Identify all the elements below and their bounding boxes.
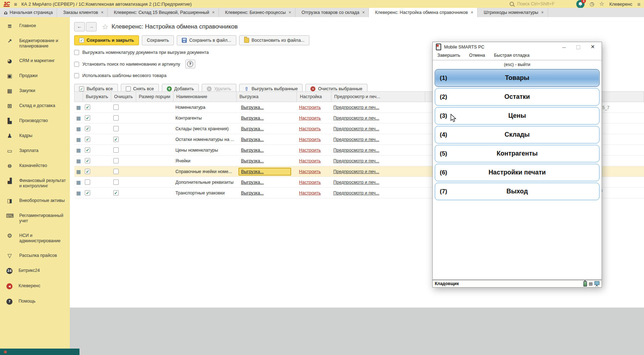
tab[interactable]: Клеверенс: Склад 15 Вещевой, Расширенный xyxy=(108,8,219,17)
setup-link[interactable]: Настроить xyxy=(299,158,321,163)
clear-checkbox[interactable] xyxy=(113,179,119,185)
upload-link[interactable]: Выгрузка... xyxy=(241,137,264,142)
preview-link[interactable]: Предпросмотр и печ... xyxy=(333,191,379,196)
sidebar-item[interactable]: 24 Битрикс24 xyxy=(0,263,70,279)
preview-link[interactable]: Предпросмотр и печ... xyxy=(333,105,379,110)
maximize-icon[interactable] xyxy=(576,45,581,49)
smarts-menu-button[interactable]: (4) Склады xyxy=(435,126,599,143)
tab[interactable]: Начальная страница xyxy=(0,8,57,17)
tab[interactable]: Заказы клиентов xyxy=(57,8,108,17)
checkbox[interactable] xyxy=(74,73,79,78)
sidebar-item[interactable]: Бюджетирование и планирование xyxy=(0,34,70,54)
checkbox[interactable] xyxy=(74,62,79,67)
smarts-menu-button[interactable]: (5) Контрагенты xyxy=(435,145,599,162)
export-checkbox[interactable] xyxy=(85,115,90,121)
tab-close-icon[interactable] xyxy=(362,10,365,15)
clear-checkbox[interactable] xyxy=(113,190,119,196)
sidebar-item[interactable]: Склад и доставка xyxy=(0,98,70,113)
preview-link[interactable]: Предпросмотр и печ... xyxy=(333,158,379,163)
service-menu-icon[interactable] xyxy=(637,1,640,7)
export-checkbox[interactable] xyxy=(85,190,90,196)
upload-link[interactable]: Выгрузка... xyxy=(241,126,264,131)
action-button[interactable]: Сохранить в файл... xyxy=(177,35,236,45)
sidebar-item[interactable]: Зарплата xyxy=(0,143,70,158)
preview-link[interactable]: Предпросмотр и печ... xyxy=(333,126,379,131)
clear-checkbox[interactable] xyxy=(113,126,119,131)
export-checkbox[interactable] xyxy=(85,179,90,185)
help-button[interactable] xyxy=(185,60,195,69)
export-checkbox[interactable] xyxy=(85,105,90,110)
window-titlebar[interactable]: Mobile SMARTS PC xyxy=(433,42,602,52)
setup-link[interactable]: Настроить xyxy=(299,191,321,196)
clear-checkbox[interactable] xyxy=(113,147,119,153)
tab-close-icon[interactable] xyxy=(471,10,473,15)
preview-link[interactable]: Предпросмотр и печ... xyxy=(333,180,379,185)
upload-link[interactable]: Выгрузка... xyxy=(241,180,264,185)
sidebar-item[interactable]: Кадры xyxy=(0,128,70,143)
favorites-icon[interactable] xyxy=(599,1,604,7)
menu-item[interactable]: Завершить xyxy=(437,53,460,58)
tab-close-icon[interactable] xyxy=(101,10,103,15)
setup-link[interactable]: Настроить xyxy=(299,105,321,110)
history-icon[interactable] xyxy=(589,1,594,7)
column-header-portion[interactable]: Размер порции xyxy=(136,92,173,102)
sidebar-item[interactable]: Производство xyxy=(0,113,70,128)
user-label[interactable]: Клеверенс xyxy=(609,1,633,7)
search-icon[interactable] xyxy=(510,2,514,6)
global-search-input[interactable] xyxy=(516,1,571,7)
clear-checkbox[interactable] xyxy=(113,169,119,174)
sidebar-item[interactable]: Закупки xyxy=(0,83,70,98)
sidebar-item[interactable]: CRM и маркетинг xyxy=(0,54,70,69)
setup-link[interactable]: Настроить xyxy=(299,148,321,153)
clear-checkbox[interactable] xyxy=(113,115,119,121)
column-header-upload[interactable]: Выгрузка xyxy=(236,92,297,102)
menu-item[interactable]: Быстрая отладка xyxy=(494,53,530,58)
tab[interactable]: Клеверенс: Настройка обмена справочников xyxy=(369,8,478,17)
upload-link[interactable]: Выгрузка... xyxy=(241,158,264,163)
setup-link[interactable]: Настроить xyxy=(299,126,321,131)
sidebar-item[interactable]: Регламентированный учет xyxy=(0,208,70,228)
tab[interactable]: Отгрузка товаров со склада xyxy=(295,8,369,17)
column-header-preview[interactable]: Предпросмотр и печ... xyxy=(331,92,425,102)
sidebar-item[interactable]: ◀ Клеверенс xyxy=(0,279,70,294)
preview-link[interactable]: Предпросмотр и печ... xyxy=(333,148,379,153)
export-checkbox[interactable] xyxy=(85,147,90,153)
favorite-star-icon[interactable] xyxy=(102,22,108,31)
column-header-name[interactable]: Наименование xyxy=(173,92,236,102)
sidebar-item[interactable]: Рассылка прайсов xyxy=(0,248,70,263)
sidebar-item[interactable]: НСИ и администрирование xyxy=(0,228,70,248)
checkbox[interactable] xyxy=(74,50,79,55)
smarts-menu-button[interactable]: (7) Выход xyxy=(435,183,599,200)
tab-close-icon[interactable] xyxy=(289,10,291,15)
forward-button[interactable] xyxy=(86,22,97,31)
upload-link[interactable]: Выгрузка... xyxy=(241,105,264,110)
action-button[interactable]: Сохранить xyxy=(142,35,174,45)
sidebar-item[interactable]: Продажи xyxy=(0,69,70,83)
setup-link[interactable]: Настроить xyxy=(299,137,321,142)
sidebar-item[interactable]: ? Помощь xyxy=(0,294,70,309)
smarts-menu-button[interactable]: (6) Настройки печати xyxy=(435,164,599,181)
global-search[interactable] xyxy=(510,1,571,7)
export-checkbox[interactable] xyxy=(85,126,90,131)
upload-link[interactable]: Выгрузка... xyxy=(241,169,264,174)
upload-link[interactable]: Выгрузка... xyxy=(241,191,264,196)
column-header-setup[interactable]: Настройка xyxy=(297,92,331,102)
preview-link[interactable]: Предпросмотр и печ... xyxy=(333,116,379,121)
tab-close-icon[interactable] xyxy=(541,10,543,15)
clear-checkbox[interactable] xyxy=(113,137,119,142)
preview-link[interactable]: Предпросмотр и печ... xyxy=(333,137,379,142)
column-header-clear[interactable]: Очищать xyxy=(111,92,136,102)
setup-link[interactable]: Настроить xyxy=(299,169,321,174)
tab[interactable]: Клеверенс: Бизнес-процессы xyxy=(219,8,295,17)
upload-link[interactable]: Выгрузка... xyxy=(241,148,264,153)
minimize-icon[interactable] xyxy=(562,45,566,50)
sidebar-item[interactable]: Главное xyxy=(0,19,70,34)
sidebar-item[interactable]: Внеоборотные активы xyxy=(0,193,70,208)
main-menu-icon[interactable] xyxy=(14,1,17,7)
tab[interactable]: Штрихкоды номенклатуры xyxy=(478,8,548,17)
smarts-menu-button[interactable]: (2) Остатки xyxy=(435,88,599,106)
column-header-export[interactable]: Выгружать xyxy=(83,92,111,102)
export-checkbox[interactable] xyxy=(85,137,90,142)
export-checkbox[interactable] xyxy=(85,158,90,163)
notifications-bell-icon[interactable]: 1 xyxy=(576,0,584,8)
